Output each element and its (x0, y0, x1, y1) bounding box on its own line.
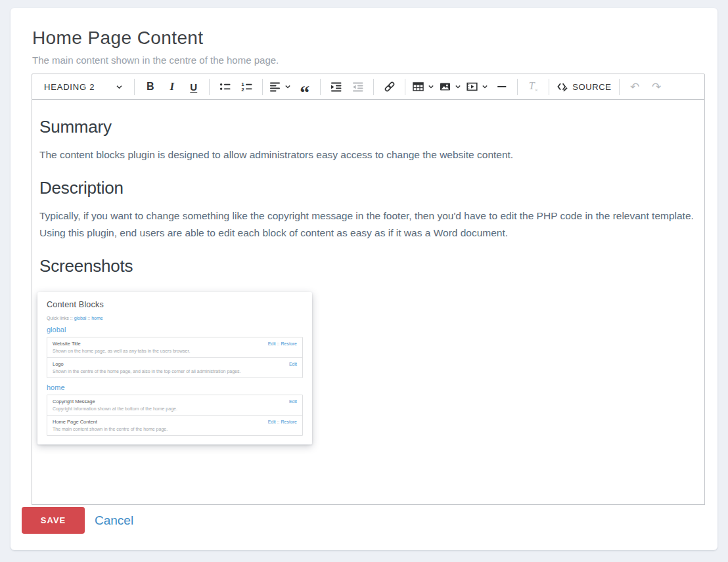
cancel-link[interactable]: Cancel (95, 507, 133, 534)
mini-row-actions: Edit (289, 361, 297, 366)
toolbar-separator (619, 79, 620, 95)
toolbar-separator (373, 79, 374, 95)
mini-row-description: Shown in the centre of the home page, an… (53, 369, 240, 374)
content-heading-summary: Summary (39, 117, 695, 137)
toolbar-separator (549, 79, 549, 95)
embedded-screenshot-image[interactable]: Content Blocks Quick links :: global :: … (37, 292, 312, 444)
mini-row-actions: Edit :: Restore (268, 341, 297, 346)
insert-media-dropdown[interactable] (464, 76, 491, 97)
content-heading-description: Description (39, 178, 695, 198)
redo-button[interactable]: ↷ (646, 76, 668, 97)
mini-edit-link: Edit (268, 341, 276, 346)
align-left-icon (270, 81, 281, 92)
mini-quick-links-label: Quick links (47, 316, 69, 320)
image-icon (440, 81, 451, 92)
toolbar-separator (209, 79, 210, 95)
outdent-icon (353, 81, 363, 92)
heading-dropdown-label: HEADING 2 (44, 82, 95, 92)
content-heading-screenshots: Screenshots (39, 256, 695, 276)
table-icon (413, 81, 424, 92)
mini-edit-link: Edit (289, 399, 297, 404)
mini-row-description: The main content shown in the centre of … (53, 427, 168, 431)
remove-format-button[interactable]: T× (522, 76, 544, 97)
source-button-label: SOURCE (572, 82, 611, 92)
italic-button[interactable]: I (161, 76, 183, 97)
mini-restore-link: Restore (281, 341, 297, 346)
mini-table-global: Website Title Shown on the home page, as… (47, 337, 303, 378)
outdent-button[interactable] (347, 76, 369, 97)
mini-quick-link-home: home (91, 316, 103, 320)
mini-quick-links: Quick links :: global :: home (47, 316, 303, 320)
toolbar-separator (405, 79, 405, 95)
horizontal-line-button[interactable] (491, 76, 512, 97)
mini-table-row: Copyright Message Copyright information … (47, 395, 302, 415)
toolbar-separator (262, 79, 263, 95)
mini-row-description: Shown on the home page, as well as any t… (53, 349, 190, 353)
mini-restore-link: Restore (281, 420, 297, 424)
mini-table-row: Home Page Content The main content shown… (47, 415, 302, 435)
chevron-down-icon (455, 83, 461, 90)
mini-separator: :: (70, 316, 73, 320)
mini-separator: :: (87, 316, 90, 320)
mini-row-title: Website Title (53, 341, 190, 347)
media-icon (466, 81, 478, 92)
toolbar-separator (134, 79, 135, 95)
underline-icon: U (190, 81, 197, 93)
indent-icon (331, 81, 342, 92)
mini-row-title: Home Page Content (53, 419, 168, 425)
block-quote-button[interactable]: “ (294, 76, 315, 97)
source-button[interactable]: SOURCE (554, 76, 614, 97)
editor-content[interactable]: Summary The content blocks plugin is des… (32, 100, 705, 505)
chevron-down-icon (428, 83, 434, 90)
mini-edit-link: Edit (289, 362, 297, 366)
undo-icon: ↶ (630, 80, 639, 93)
bold-icon: B (147, 81, 154, 93)
mini-group-heading-home: home (47, 383, 303, 391)
svg-text:2: 2 (242, 87, 245, 93)
alignment-dropdown[interactable] (267, 76, 294, 97)
bulleted-list-button[interactable] (214, 76, 236, 97)
page-title: Home Page Content (32, 28, 204, 49)
mini-row-actions: Edit (289, 399, 297, 404)
mini-edit-link: Edit (268, 420, 276, 424)
indent-button[interactable] (325, 76, 347, 97)
mini-row-main: Logo Shown in the centre of the home pag… (53, 361, 240, 374)
bulleted-list-icon (219, 81, 231, 92)
mini-separator: :: (277, 420, 280, 424)
content-editor-card: Home Page Content The main content shown… (11, 8, 717, 550)
mini-screenshot-title: Content Blocks (47, 300, 303, 309)
mini-row-actions: Edit :: Restore (268, 419, 297, 424)
mini-table-row: Logo Shown in the centre of the home pag… (47, 357, 302, 378)
undo-button[interactable]: ↶ (624, 76, 646, 97)
mini-row-title: Logo (53, 361, 240, 367)
insert-table-dropdown[interactable] (410, 76, 437, 97)
numbered-list-icon: 1 2 (241, 81, 252, 92)
mini-separator: :: (277, 341, 280, 346)
page-subtitle: The main content shown in the centre of … (32, 54, 279, 66)
insert-image-dropdown[interactable] (437, 76, 464, 97)
content-paragraph: The content blocks plugin is designed to… (39, 146, 695, 163)
source-edit-icon (557, 81, 568, 93)
content-paragraph: Typically, if you want to change somethi… (39, 207, 695, 242)
link-button[interactable] (378, 76, 400, 97)
link-icon (384, 81, 396, 92)
underline-button[interactable]: U (183, 76, 204, 97)
toolbar-separator (517, 79, 518, 95)
mini-row-title: Copyright Message (53, 399, 177, 404)
save-button[interactable]: SAVE (22, 507, 85, 534)
italic-icon: I (170, 80, 174, 93)
numbered-list-button[interactable]: 1 2 (236, 76, 258, 97)
mini-row-description: Copyright information shown at the botto… (53, 406, 177, 411)
editor-toolbar: HEADING 2 B I U 1 2 (32, 74, 705, 100)
mini-table-row: Website Title Shown on the home page, as… (47, 337, 302, 357)
toolbar-separator (320, 79, 321, 95)
heading-dropdown[interactable]: HEADING 2 (37, 76, 129, 97)
mini-quick-link-global: global (74, 316, 87, 320)
chevron-down-icon (116, 83, 123, 91)
remove-format-icon: T× (529, 80, 538, 93)
chevron-down-icon (284, 83, 291, 90)
chevron-down-icon (482, 83, 488, 90)
mini-table-home: Copyright Message Copyright information … (47, 395, 303, 436)
bold-button[interactable]: B (139, 76, 161, 97)
redo-icon: ↷ (652, 80, 661, 93)
